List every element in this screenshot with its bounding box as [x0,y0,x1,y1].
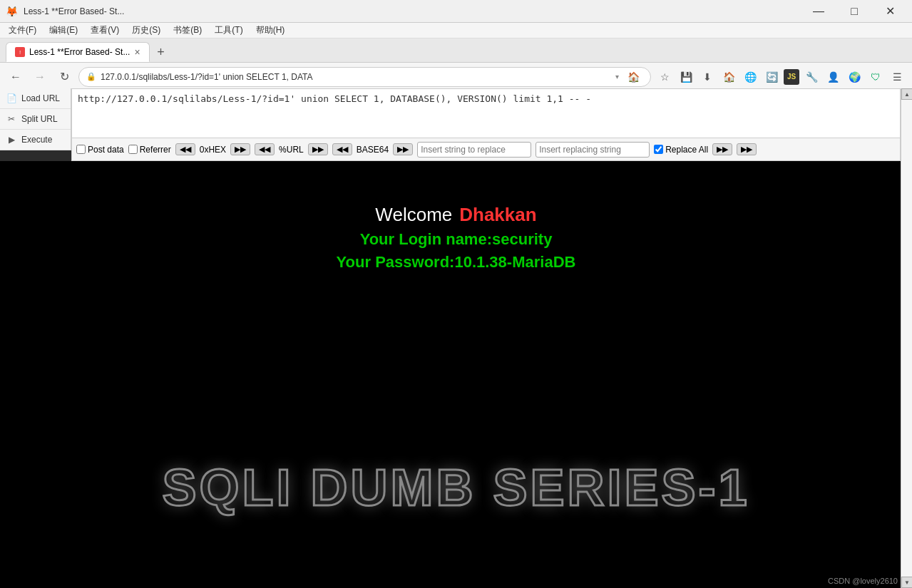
close-button[interactable]: ✕ [873,1,906,22]
replace-all-checkbox[interactable] [654,145,663,154]
execute-button[interactable]: ▶ Execute [0,130,71,150]
menu-help[interactable]: 帮助(H) [250,23,291,38]
sqli-banner: SQLI DUMB SERIES-1 [162,458,749,517]
new-tab-button[interactable]: + [151,42,171,62]
menu-tools[interactable]: 工具(T) [209,23,248,38]
post-data-checkbox-label[interactable]: Post data [76,145,124,155]
ext2-button[interactable]: 👤 [824,68,842,86]
lock-icon: 🔒 [86,72,96,81]
referrer-checkbox[interactable] [128,145,138,154]
translate-button[interactable]: 🌍 [845,68,864,86]
js-button[interactable]: JS [784,69,799,85]
url-left-arrow[interactable]: ◀◀ [255,143,275,155]
reload-button[interactable]: ↻ [54,67,74,87]
home2-button[interactable]: 🏠 [719,68,738,86]
address-bar: ← → ↻ 🔒 127.0.0.1/sqlilabs/Less-1/?id=1'… [0,63,912,91]
referrer-checkbox-label[interactable]: Referrer [128,145,171,155]
load-url-button[interactable]: 📄 Load URL [0,88,71,109]
refresh2-button[interactable]: 🔄 [762,68,781,86]
scroll-down-button[interactable]: ▼ [901,577,912,588]
scroll-up-button[interactable]: ▲ [901,88,912,100]
base64-left-arrow[interactable]: ◀◀ [332,143,352,155]
load-url-icon: 📄 [6,93,17,104]
ext1-button[interactable]: 🔧 [802,68,821,86]
url-editor[interactable] [72,89,900,138]
url-label: %URL [279,145,304,155]
toolbar-icons: ☆ 💾 ⬇ 🏠 🌐 🔄 JS 🔧 👤 🌍 🛡 ☰ [655,68,906,86]
url-box[interactable]: 🔒 127.0.0.1/sqlilabs/Less-1/?id=1' union… [78,67,651,87]
welcome-text: Welcome [375,204,452,226]
tab-bar: ! Less-1 **Error Based- St... × + [0,38,912,63]
url-display: 127.0.0.1/sqlilabs/Less-1/?id=1' union S… [101,72,611,82]
replace-all-checkbox-label[interactable]: Replace All [654,145,708,155]
shield-button[interactable]: 🛡 [866,68,885,86]
save-button[interactable]: 💾 [677,68,695,86]
tab-close-button[interactable]: × [134,46,140,58]
menu-history[interactable]: 历史(S) [126,23,166,38]
execute-icon: ▶ [6,134,17,145]
ext-sidebar: 📄 Load URL ✂ Split URL ▶ Execute [0,88,71,150]
bookmark-button[interactable]: ☆ [655,68,674,86]
globe-button[interactable]: 🌐 [741,68,759,86]
base64-right-arrow[interactable]: ▶▶ [393,143,413,155]
split-url-icon: ✂ [6,113,17,125]
download-button[interactable]: ⬇ [698,68,717,86]
maximize-button[interactable]: □ [838,1,871,22]
tab-label: Less-1 **Error Based- St... [29,47,130,57]
hex-right-arrow[interactable]: ▶▶ [230,143,250,155]
back-button[interactable]: ← [6,67,26,87]
active-tab[interactable]: ! Less-1 **Error Based- St... × [6,42,150,62]
url-right-arrow[interactable]: ▶▶ [308,143,328,155]
sqli-title: SQLI DUMB SERIES-1 [162,458,749,517]
replace-toolbar: Post data Referrer ◀◀ 0xHEX ▶▶ ◀◀ %URL ▶… [71,138,901,161]
title-bar: 🦊 Less-1 **Error Based- St... — □ ✕ [0,0,912,23]
replace-right-arrow[interactable]: ▶▶ [737,143,757,155]
password-text: Your Password:10.1.38-MariaDB [337,253,576,272]
base64-label: BASE64 [357,145,389,155]
browser-icon: 🦊 [6,6,18,17]
csdn-watermark: CSDN @lovely2610 [828,577,898,585]
insert-replacing-input[interactable] [536,142,650,158]
post-data-checkbox[interactable] [76,145,86,154]
hex-label: 0xHEX [200,145,226,155]
replace-left-arrow[interactable]: ▶▶ [712,143,732,155]
split-url-button[interactable]: ✂ Split URL [0,109,71,130]
login-name-text: Your Login name:security [360,230,553,249]
url-dropdown-icon: ▾ [615,73,619,81]
menu-button[interactable]: ☰ [888,68,906,86]
forward-button[interactable]: → [30,67,50,87]
url-editor-container [71,88,901,138]
menu-bookmarks[interactable]: 书签(B) [168,23,207,38]
tab-favicon: ! [15,47,25,57]
welcome-name: Dhakkan [459,204,536,226]
menu-view[interactable]: 查看(V) [85,23,125,38]
window-title: Less-1 **Error Based- St... [24,6,124,16]
scroll-track[interactable] [901,100,912,577]
home-button[interactable]: 🏠 [623,67,643,87]
insert-string-input[interactable] [417,142,531,158]
right-scrollbar: ▲ ▼ [901,88,912,588]
welcome-area: Welcome Dhakkan Your Login name:security… [0,161,912,272]
menu-bar: 文件(F) 编辑(E) 查看(V) 历史(S) 书签(B) 工具(T) 帮助(H… [0,23,912,38]
hex-left-arrow[interactable]: ◀◀ [175,143,195,155]
main-content: Welcome Dhakkan Your Login name:security… [0,161,912,588]
minimize-button[interactable]: — [802,1,835,22]
menu-edit[interactable]: 编辑(E) [43,23,83,38]
menu-file[interactable]: 文件(F) [3,23,42,38]
